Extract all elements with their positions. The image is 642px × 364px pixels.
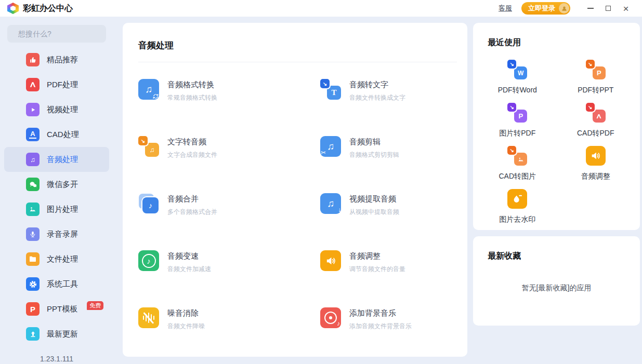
- recent-item-audio-adjust[interactable]: 音频调整: [557, 146, 635, 181]
- sidebar: 精品推荐 PDF处理 视频处理 CAD处理 音频处理 微信多开: [0, 17, 113, 364]
- sidebar-item-system[interactable]: 系统工具: [4, 272, 109, 296]
- upload-arrow-icon: [26, 327, 40, 341]
- close-button[interactable]: [617, 1, 635, 16]
- tool-title: 音频剪辑: [349, 137, 399, 147]
- speaker-icon: [320, 250, 341, 271]
- sidebar-item-label: PDF处理: [47, 80, 78, 90]
- tool-subtitle: 从视频中提取音频: [349, 208, 399, 217]
- recent-item-label: 音频调整: [581, 172, 610, 181]
- sidebar-item-image[interactable]: 图片处理: [4, 197, 109, 222]
- sidebar-item-ppt[interactable]: PPT模板 免费: [4, 296, 109, 321]
- recent-item-cad-to-image[interactable]: CAD转图片: [478, 146, 557, 181]
- to-pdf-icon: [507, 103, 527, 123]
- music-speed-icon: [138, 250, 159, 271]
- titlebar: 彩虹办公中心 客服 立即登录: [0, 0, 642, 17]
- sidebar-item-label: 微信多开: [47, 180, 78, 190]
- sidebar-item-cad[interactable]: CAD处理: [4, 122, 109, 147]
- login-button[interactable]: 立即登录: [521, 2, 570, 15]
- recent-item-watermark-remove[interactable]: 图片去水印: [478, 189, 557, 224]
- tool-audio-merge[interactable]: 音频合并 多个音频格式合并: [138, 193, 320, 217]
- cad-letter-icon: [26, 128, 40, 141]
- gear-icon: [26, 277, 40, 291]
- recent-item-label: CAD转PDF: [577, 129, 614, 138]
- tool-subtitle: 调节音频文件的音量: [349, 265, 405, 274]
- tool-add-bgm[interactable]: 添加背景音乐 添加音频文件背景音乐: [320, 307, 457, 331]
- sidebar-item-label: 系统工具: [47, 279, 78, 289]
- sidebar-item-label: PPT模板: [47, 304, 77, 314]
- to-image-icon: [507, 146, 527, 166]
- login-button-label: 立即登录: [528, 4, 555, 13]
- sidebar-item-label: 录音录屏: [47, 230, 78, 239]
- window-controls: [582, 1, 635, 16]
- sidebar-item-video[interactable]: 视频处理: [4, 97, 109, 122]
- sidebar-item-recording[interactable]: 录音录屏: [4, 222, 109, 247]
- tool-title: 文字转音频: [167, 137, 217, 147]
- tool-video-extract-audio[interactable]: 视频提取音频 从视频中提取音频: [320, 193, 457, 217]
- tool-audio-to-text[interactable]: 音频转文字 音频文件转换成文字: [320, 79, 457, 102]
- text-to-audio-icon: [138, 136, 159, 157]
- sidebar-item-label: 视频处理: [47, 105, 78, 115]
- recent-grid: PDF转Word PDF转PPT 图片转PDF: [473, 48, 640, 224]
- tool-audio-adjust[interactable]: 音频调整 调节音频文件的音量: [320, 250, 457, 274]
- app-version: 1.23.1.111: [0, 355, 113, 363]
- recent-item-label: PDF转Word: [498, 86, 537, 95]
- recent-item-label: CAD转图片: [499, 172, 536, 181]
- adobe-pdf-icon: [26, 78, 40, 91]
- tool-title: 音频变速: [167, 251, 211, 261]
- music-note-icon: [26, 153, 40, 166]
- minimize-button[interactable]: [582, 1, 599, 16]
- tool-subtitle: 音频文件降噪: [167, 322, 205, 331]
- sidebar-item-label: 最新更新: [47, 329, 78, 339]
- sidebar-item-audio[interactable]: 音频处理: [4, 147, 109, 172]
- tool-subtitle: 音频文件加减速: [167, 265, 211, 274]
- watermark-remove-icon: [507, 189, 527, 209]
- tool-title: 音频格式转换: [167, 80, 217, 90]
- tool-grid: 音频格式转换 常规音频格式转换 音频转文字 音频文件转换成文字: [123, 62, 467, 331]
- tool-title: 音频转文字: [349, 80, 405, 90]
- sidebar-item-label: 精品推荐: [47, 55, 78, 65]
- music-merge-icon: [138, 193, 159, 214]
- app-logo-icon: [7, 3, 19, 14]
- search-input[interactable]: [18, 30, 112, 38]
- maximize-button[interactable]: [599, 1, 617, 16]
- tool-subtitle: 音频文件转换成文字: [349, 93, 405, 102]
- tool-audio-speed[interactable]: 音频变速 音频文件加减速: [138, 250, 320, 274]
- ppt-letter-icon: [26, 302, 40, 316]
- recent-item-pdf-to-word[interactable]: PDF转Word: [478, 60, 557, 95]
- sidebar-item-update[interactable]: 最新更新: [4, 321, 109, 346]
- to-word-icon: [507, 60, 527, 79]
- music-convert-icon: [138, 79, 159, 100]
- sidebar-item-label: 文件处理: [47, 254, 78, 264]
- sidebar-item-featured[interactable]: 精品推荐: [4, 47, 109, 72]
- sidebar-item-pdf[interactable]: PDF处理: [4, 72, 109, 97]
- tool-noise-remove[interactable]: 噪音消除 音频文件降噪: [138, 307, 320, 331]
- tool-title: 视频提取音频: [349, 194, 399, 204]
- picture-icon: [26, 203, 40, 216]
- disc-music-icon: [320, 307, 341, 328]
- recent-item-label: PDF转PPT: [578, 86, 613, 95]
- recent-item-label: 图片去水印: [499, 215, 535, 224]
- thumbs-up-icon: [26, 53, 40, 66]
- recent-item-cad-to-pdf[interactable]: CAD转PDF: [557, 103, 635, 138]
- recent-item-image-to-pdf[interactable]: 图片转PDF: [478, 103, 557, 138]
- customer-service-link[interactable]: 客服: [499, 4, 512, 13]
- tool-audio-format-convert[interactable]: 音频格式转换 常规音频格式转换: [138, 79, 320, 102]
- favorites-empty-text: 暂无[最新收藏]的应用: [473, 284, 640, 293]
- maximize-icon: [606, 6, 611, 11]
- tool-subtitle: 常规音频格式转换: [167, 93, 217, 102]
- search-box[interactable]: [7, 25, 106, 43]
- to-adobe-pdf-icon: [586, 103, 606, 123]
- sidebar-item-label: CAD处理: [47, 130, 79, 140]
- sidebar-item-label: 音频处理: [47, 155, 78, 165]
- main-panel: 音频处理 音频格式转换 常规音频格式转换 音频转文字 音频文: [123, 23, 467, 357]
- audio-to-text-icon: [320, 79, 341, 100]
- wechat-icon: [26, 178, 40, 191]
- sidebar-item-file[interactable]: 文件处理: [4, 247, 109, 272]
- sidebar-item-wechat[interactable]: 微信多开: [4, 172, 109, 197]
- tool-subtitle: 添加音频文件背景音乐: [349, 322, 412, 331]
- recent-item-pdf-to-ppt[interactable]: PDF转PPT: [557, 60, 635, 95]
- tool-subtitle: 文字合成音频文件: [167, 151, 217, 159]
- tool-audio-cut[interactable]: 音频剪辑 音频格式剪切剪辑: [320, 136, 457, 159]
- tool-title: 音频合并: [167, 194, 217, 204]
- tool-text-to-audio[interactable]: 文字转音频 文字合成音频文件: [138, 136, 320, 159]
